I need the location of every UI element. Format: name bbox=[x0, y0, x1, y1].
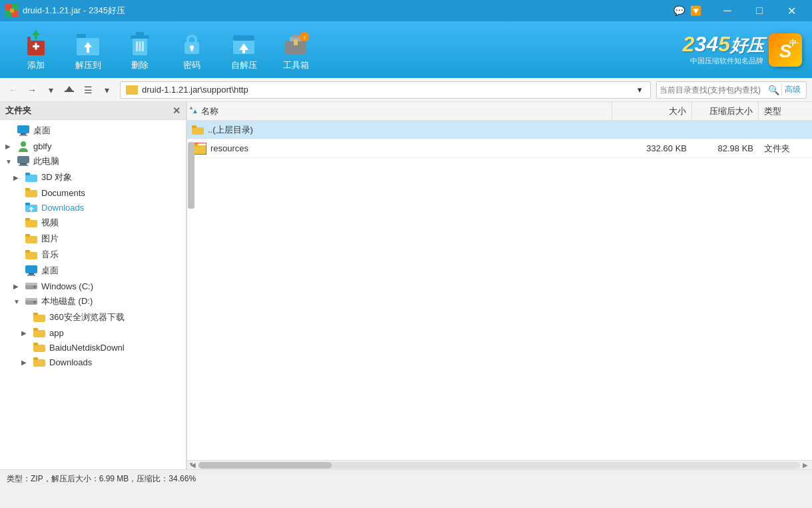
sidebar-item-locald[interactable]: ▼ 本地磁盘 (D:) bbox=[0, 293, 186, 309]
table-row[interactable]: ..(上层目录) bbox=[187, 121, 812, 139]
sidebar-item-documents[interactable]: Documents bbox=[0, 185, 186, 200]
svg-rect-17 bbox=[136, 41, 138, 51]
scrollbar-thumb[interactable] bbox=[188, 142, 195, 209]
svg-rect-13 bbox=[87, 47, 89, 53]
status-text: 类型：ZIP，解压后大小：6.99 MB，压缩比：34.66% bbox=[7, 473, 196, 485]
sidebar-scrollbar[interactable]: ▲ ▼ bbox=[187, 102, 187, 469]
delete-label: 删除 bbox=[131, 59, 149, 71]
sidebar-label-documents: Documents bbox=[41, 188, 85, 198]
scrollbar-down[interactable]: ▼ bbox=[187, 459, 195, 469]
sidebar-header: 文件夹 ✕ bbox=[0, 102, 186, 120]
maximize-button[interactable]: □ bbox=[744, 0, 775, 21]
sidebar-item-baidunetdisk[interactable]: BaiduNetdiskDownl bbox=[0, 340, 186, 355]
path-input[interactable]: druid-1.1.21.jar\support\http ▾ bbox=[120, 81, 651, 99]
file-type-cell-resources: 文件夹 bbox=[759, 143, 812, 155]
svg-rect-55 bbox=[25, 236, 37, 243]
svg-rect-5 bbox=[27, 37, 31, 41]
sidebar-item-desktop[interactable]: 桌面 bbox=[0, 123, 186, 139]
sidebar-item-downloads2[interactable]: ▶ Downloads bbox=[0, 355, 186, 369]
folder-music-icon bbox=[25, 249, 37, 260]
sidebar-item-gblfy[interactable]: ▶ gblfy bbox=[0, 139, 186, 153]
hscroll-track bbox=[199, 462, 800, 469]
svg-rect-69 bbox=[33, 313, 38, 315]
tray-icon-1[interactable]: 💬 bbox=[673, 5, 685, 16]
dropdown-button[interactable]: ▾ bbox=[43, 82, 59, 98]
search-icon[interactable]: 🔍 bbox=[768, 85, 779, 95]
tray-icon-2[interactable]: 🔽 bbox=[690, 5, 701, 16]
svg-rect-58 bbox=[25, 250, 30, 253]
sidebar-item-winc[interactable]: ▶ Windows (C:) bbox=[0, 279, 186, 293]
path-dropdown-icon[interactable]: ▾ bbox=[634, 85, 645, 95]
expand-arrow-music bbox=[13, 251, 21, 259]
expand-arrow-winc: ▶ bbox=[13, 283, 21, 290]
sidebar-label-thispc: 此电脑 bbox=[33, 155, 59, 167]
col-header-compressed[interactable]: 压缩后大小 bbox=[692, 102, 759, 120]
main-area: 文件夹 ✕ 桌面 ▶ gblfy bbox=[0, 102, 812, 469]
selfextract-icon bbox=[230, 29, 258, 57]
toolbar: 添加 解压到 bbox=[0, 21, 812, 78]
sidebar-close-button[interactable]: ✕ bbox=[173, 105, 181, 116]
svg-rect-73 bbox=[33, 343, 38, 345]
sidebar-label-gblfy: gblfy bbox=[33, 141, 51, 151]
sidebar-item-app[interactable]: ▶ app bbox=[0, 325, 186, 340]
toolbox-icon: ! bbox=[282, 29, 310, 57]
svg-rect-75 bbox=[33, 357, 38, 360]
up-button[interactable] bbox=[61, 82, 77, 98]
password-button[interactable]: 密码 bbox=[166, 23, 218, 77]
svg-rect-60 bbox=[29, 273, 34, 275]
back-button[interactable]: ← bbox=[5, 82, 21, 98]
col-header-name[interactable]: ▲ 名称 bbox=[187, 102, 612, 120]
sidebar-label-pictures: 图片 bbox=[41, 233, 59, 245]
expand-arrow-desktop2 bbox=[13, 267, 21, 275]
sidebar-item-music[interactable]: 音乐 bbox=[0, 247, 186, 263]
sidebar-item-3dobjects[interactable]: ▶ 3D 对象 bbox=[0, 169, 186, 185]
folder-downloads-icon bbox=[25, 202, 37, 213]
drive-d-icon bbox=[25, 296, 37, 307]
selfextract-button[interactable]: 自解压 bbox=[218, 23, 270, 77]
svg-rect-11 bbox=[77, 34, 86, 38]
hscroll-thumb[interactable] bbox=[199, 462, 332, 469]
horizontal-scrollbar[interactable]: ◀ ▶ bbox=[187, 460, 812, 469]
sidebar-label-downloads2: Downloads bbox=[49, 357, 92, 367]
sidebar-label-app: app bbox=[49, 328, 64, 338]
scrollbar-up[interactable]: ▲ bbox=[187, 102, 195, 113]
sidebar-item-desktop2[interactable]: 桌面 bbox=[0, 263, 186, 279]
search-input[interactable] bbox=[659, 85, 766, 95]
file-name-parent: ..(上层目录) bbox=[208, 124, 253, 136]
svg-rect-36 bbox=[65, 91, 74, 92]
close-button[interactable]: ✕ bbox=[776, 0, 807, 21]
svg-rect-48 bbox=[25, 188, 30, 191]
file-name-cell-resources: resources bbox=[187, 143, 612, 155]
expand-arrow-docs bbox=[13, 189, 21, 197]
svg-rect-47 bbox=[25, 190, 37, 197]
sidebar-item-thispc[interactable]: ▼ 此电脑 bbox=[0, 153, 186, 169]
sidebar-item-360dl[interactable]: 360安全浏览器下载 bbox=[0, 309, 186, 325]
folder-documents-icon bbox=[25, 187, 37, 198]
minimize-button[interactable]: ─ bbox=[712, 0, 743, 21]
toolbox-button[interactable]: ! 工具箱 bbox=[270, 23, 322, 77]
svg-rect-26 bbox=[242, 50, 245, 53]
expand-arrow-app: ▶ bbox=[21, 329, 29, 337]
advanced-search-button[interactable]: 高级 bbox=[781, 84, 803, 95]
col-header-type[interactable]: 类型 bbox=[759, 102, 812, 120]
extract-icon bbox=[74, 29, 102, 57]
view-list-button[interactable]: ☰ bbox=[80, 82, 96, 98]
hscroll-right[interactable]: ▶ bbox=[800, 461, 811, 469]
add-button[interactable]: 添加 bbox=[10, 23, 62, 77]
sidebar-item-pictures[interactable]: 图片 bbox=[0, 231, 186, 247]
desktop-icon bbox=[17, 125, 29, 136]
sidebar-item-videos[interactable]: 视频 bbox=[0, 215, 186, 231]
delete-button[interactable]: 删除 bbox=[114, 23, 166, 77]
svg-rect-16 bbox=[136, 32, 144, 36]
svg-rect-45 bbox=[25, 175, 37, 182]
sidebar-item-downloads[interactable]: Downloads bbox=[0, 200, 186, 215]
extract-button[interactable]: 解压到 bbox=[62, 23, 114, 77]
svg-marker-37 bbox=[66, 86, 73, 91]
forward-button[interactable]: → bbox=[24, 82, 40, 98]
table-row[interactable]: resources 332.60 KB 82.98 KB 文件夹 bbox=[187, 139, 812, 158]
col-header-size[interactable]: 大小 bbox=[612, 102, 692, 120]
file-name-cell-parent: ..(上层目录) bbox=[187, 124, 612, 136]
sidebar-container: 文件夹 ✕ 桌面 ▶ gblfy bbox=[0, 102, 187, 469]
view-dropdown-button[interactable]: ▾ bbox=[99, 82, 115, 98]
nav-bar: ← → ▾ ☰ ▾ druid-1.1.21.jar\support\http … bbox=[0, 78, 812, 102]
